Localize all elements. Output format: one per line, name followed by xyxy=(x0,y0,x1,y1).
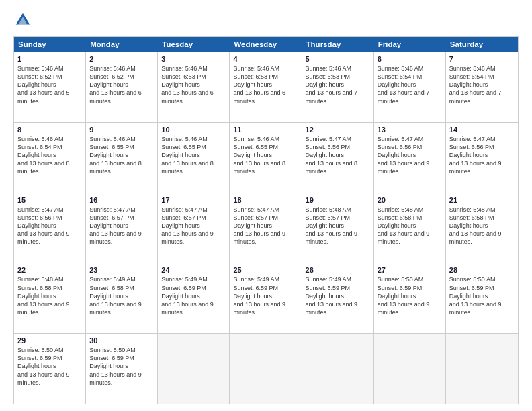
sunset-line: Sunset: 6:59 PM xyxy=(161,284,226,292)
daylight-value: and 13 hours and 8 minutes. xyxy=(306,159,370,175)
daylight-value: and 13 hours and 9 minutes. xyxy=(17,230,82,246)
sunrise-line: Sunrise: 5:46 AM xyxy=(161,135,226,143)
sunrise-line: Sunrise: 5:50 AM xyxy=(17,346,82,354)
day-number: 21 xyxy=(449,196,515,204)
sunset-line: Sunset: 6:59 PM xyxy=(449,284,515,292)
daylight-value: and 13 hours and 9 minutes. xyxy=(378,230,442,246)
daylight-value: and 13 hours and 5 minutes. xyxy=(17,89,82,105)
sunrise-line: Sunrise: 5:48 AM xyxy=(449,205,515,214)
daylight-value: and 13 hours and 8 minutes. xyxy=(233,159,298,175)
day-number: 15 xyxy=(17,196,82,204)
daylight-label: Daylight hours xyxy=(306,151,370,159)
sunrise-line: Sunrise: 5:46 AM xyxy=(233,135,298,143)
daylight-label: Daylight hours xyxy=(378,151,442,159)
day-number: 10 xyxy=(161,126,226,134)
daylight-label: Daylight hours xyxy=(89,292,154,300)
daylight-label: Daylight hours xyxy=(233,81,298,89)
sunset-line: Sunset: 6:55 PM xyxy=(161,143,226,151)
calendar-cell xyxy=(230,334,302,404)
daylight-label: Daylight hours xyxy=(17,81,82,89)
sunrise-line: Sunrise: 5:47 AM xyxy=(306,135,370,143)
calendar-cell: 5 Sunrise: 5:46 AM Sunset: 6:53 PM Dayli… xyxy=(302,52,374,122)
calendar-cell: 16 Sunrise: 5:47 AM Sunset: 6:57 PM Dayl… xyxy=(86,193,158,263)
calendar-cell: 13 Sunrise: 5:47 AM Sunset: 6:56 PM Dayl… xyxy=(374,123,446,193)
daylight-label: Daylight hours xyxy=(449,81,515,89)
day-number: 14 xyxy=(449,126,515,134)
logo-icon xyxy=(13,11,32,30)
daylight-label: Daylight hours xyxy=(233,151,298,159)
sunset-line: Sunset: 6:56 PM xyxy=(378,143,442,151)
sunset-line: Sunset: 6:54 PM xyxy=(449,73,515,81)
daylight-value: and 13 hours and 7 minutes. xyxy=(449,89,515,105)
calendar-cell: 26 Sunrise: 5:49 AM Sunset: 6:59 PM Dayl… xyxy=(302,263,374,333)
calendar-body: 1 Sunrise: 5:46 AM Sunset: 6:52 PM Dayli… xyxy=(14,52,518,404)
sunrise-line: Sunrise: 5:47 AM xyxy=(89,205,154,214)
sunset-line: Sunset: 6:58 PM xyxy=(449,214,515,222)
daylight-value: and 13 hours and 9 minutes. xyxy=(306,300,370,316)
calendar-cell: 3 Sunrise: 5:46 AM Sunset: 6:53 PM Dayli… xyxy=(158,52,230,122)
daylight-label: Daylight hours xyxy=(306,222,370,230)
daylight-label: Daylight hours xyxy=(17,362,82,370)
calendar-cell xyxy=(302,334,374,404)
calendar-cell: 23 Sunrise: 5:49 AM Sunset: 6:58 PM Dayl… xyxy=(86,263,158,333)
calendar-cell: 18 Sunrise: 5:47 AM Sunset: 6:57 PM Dayl… xyxy=(230,193,302,263)
calendar-week-row: 22 Sunrise: 5:48 AM Sunset: 6:58 PM Dayl… xyxy=(14,263,518,333)
daylight-value: and 13 hours and 8 minutes. xyxy=(17,159,82,175)
calendar-cell: 27 Sunrise: 5:50 AM Sunset: 6:59 PM Dayl… xyxy=(374,263,446,333)
sunrise-line: Sunrise: 5:47 AM xyxy=(449,135,515,143)
day-number: 16 xyxy=(89,196,154,204)
sunrise-line: Sunrise: 5:46 AM xyxy=(378,64,442,73)
daylight-label: Daylight hours xyxy=(378,292,442,300)
day-number: 24 xyxy=(161,266,226,274)
daylight-value: and 13 hours and 9 minutes. xyxy=(233,230,298,246)
daylight-value: and 13 hours and 9 minutes. xyxy=(89,300,154,316)
sunrise-line: Sunrise: 5:49 AM xyxy=(89,275,154,283)
sunrise-line: Sunrise: 5:46 AM xyxy=(233,64,298,73)
day-number: 23 xyxy=(89,266,154,274)
calendar-header-cell: Monday xyxy=(86,37,158,52)
sunrise-line: Sunrise: 5:46 AM xyxy=(17,64,82,73)
daylight-value: and 13 hours and 8 minutes. xyxy=(161,159,226,175)
header xyxy=(13,11,519,30)
calendar-cell: 21 Sunrise: 5:48 AM Sunset: 6:58 PM Dayl… xyxy=(446,193,518,263)
daylight-value: and 13 hours and 6 minutes. xyxy=(161,89,226,105)
calendar-header-cell: Wednesday xyxy=(230,37,302,52)
daylight-label: Daylight hours xyxy=(89,151,154,159)
day-number: 28 xyxy=(449,266,515,274)
calendar-cell xyxy=(158,334,230,404)
calendar-week-row: 1 Sunrise: 5:46 AM Sunset: 6:52 PM Dayli… xyxy=(14,52,518,122)
sunset-line: Sunset: 6:53 PM xyxy=(306,73,370,81)
daylight-label: Daylight hours xyxy=(89,222,154,230)
sunrise-line: Sunrise: 5:46 AM xyxy=(89,135,154,143)
calendar-cell: 12 Sunrise: 5:47 AM Sunset: 6:56 PM Dayl… xyxy=(302,123,374,193)
sunset-line: Sunset: 6:59 PM xyxy=(233,284,298,292)
daylight-label: Daylight hours xyxy=(449,222,515,230)
sunset-line: Sunset: 6:59 PM xyxy=(89,354,154,362)
daylight-label: Daylight hours xyxy=(233,292,298,300)
sunset-line: Sunset: 6:57 PM xyxy=(161,214,226,222)
day-number: 8 xyxy=(17,126,82,134)
calendar-cell: 25 Sunrise: 5:49 AM Sunset: 6:59 PM Dayl… xyxy=(230,263,302,333)
day-number: 9 xyxy=(89,126,154,134)
daylight-value: and 13 hours and 9 minutes. xyxy=(306,230,370,246)
day-number: 19 xyxy=(306,196,370,204)
sunset-line: Sunset: 6:52 PM xyxy=(17,73,82,81)
sunrise-line: Sunrise: 5:46 AM xyxy=(449,64,515,73)
daylight-value: and 13 hours and 9 minutes. xyxy=(378,300,442,316)
sunrise-line: Sunrise: 5:46 AM xyxy=(306,64,370,73)
calendar-header-cell: Saturday xyxy=(446,37,518,52)
day-number: 29 xyxy=(17,336,82,345)
daylight-label: Daylight hours xyxy=(161,151,226,159)
day-number: 22 xyxy=(17,266,82,274)
calendar: SundayMondayTuesdayWednesdayThursdayFrid… xyxy=(13,36,519,404)
daylight-label: Daylight hours xyxy=(161,292,226,300)
day-number: 18 xyxy=(233,196,298,204)
day-number: 27 xyxy=(378,266,442,274)
logo xyxy=(13,11,35,30)
daylight-label: Daylight hours xyxy=(449,151,515,159)
day-number: 4 xyxy=(233,55,298,63)
sunrise-line: Sunrise: 5:47 AM xyxy=(233,205,298,214)
daylight-value: and 13 hours and 9 minutes. xyxy=(89,371,154,387)
sunset-line: Sunset: 6:55 PM xyxy=(233,143,298,151)
daylight-label: Daylight hours xyxy=(17,151,82,159)
